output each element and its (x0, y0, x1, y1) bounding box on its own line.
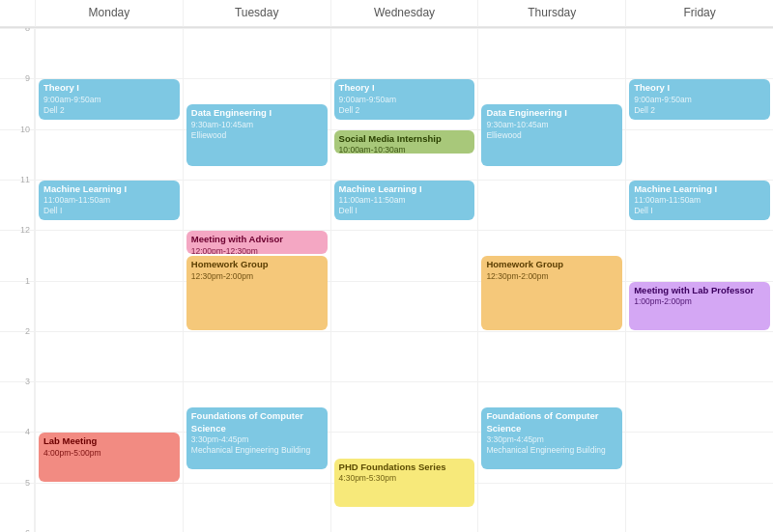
time-label-11: 11 (20, 175, 30, 184)
time-label-12: 12 (20, 225, 30, 235)
event-machine-learning-i[interactable]: Machine Learning I11:00am-11:50amDell I (334, 181, 475, 221)
friday-col: Theory I9:00am-9:50amDell 2Machine Learn… (625, 28, 773, 532)
event-time: 12:30pm-2:00pm (486, 271, 617, 282)
event-title: Machine Learning I (634, 183, 765, 195)
event-location: Elliewood (486, 130, 617, 141)
time-label-4: 4 (25, 427, 30, 436)
calendar-body: 89101112123456 Theory I9:00am-9:50amDell… (0, 28, 773, 532)
calendar-header: Monday Tuesday Wednesday Thursday Friday (0, 0, 773, 28)
event-data-engineering-i[interactable]: Data Engineering I9:30am-10:45amElliewoo… (186, 104, 328, 165)
friday-header: Friday (625, 0, 773, 27)
event-title: Foundations of Computer Science (486, 410, 617, 434)
wednesday-col: Theory I9:00am-9:50amDell 2Social Media … (330, 28, 478, 532)
event-lab-meeting[interactable]: Lab Meeting4:00pm-5:00pm (39, 433, 180, 481)
event-homework-group[interactable]: Homework Group12:30pm-2:00pm (186, 256, 328, 329)
event-meeting-with-lab-professor[interactable]: Meeting with Lab Professor1:00pm-2:00pm (629, 282, 770, 330)
event-title: Meeting with Lab Professor (634, 285, 765, 296)
time-gutter-header (0, 0, 35, 27)
event-location: Elliewood (191, 130, 323, 141)
event-title: Homework Group (191, 259, 323, 270)
event-location: Dell I (634, 206, 765, 216)
time-label-2: 2 (25, 326, 30, 336)
monday-col: Theory I9:00am-9:50amDell 2Machine Learn… (35, 28, 183, 532)
event-title: Meeting with Advisor (191, 234, 323, 245)
event-title: Data Engineering I (191, 107, 323, 119)
event-meeting-with-advisor[interactable]: Meeting with Advisor12:00pm-12:30pm (186, 231, 328, 254)
event-time: 9:00am-9:50am (339, 95, 471, 105)
event-homework-group[interactable]: Homework Group12:30pm-2:00pm (481, 256, 622, 329)
event-time: 11:00am-11:50am (339, 195, 471, 206)
event-time: 9:30am-10:45am (191, 120, 323, 130)
event-time: 12:30pm-2:00pm (191, 271, 323, 282)
event-machine-learning-i[interactable]: Machine Learning I11:00am-11:50amDell I (629, 181, 770, 221)
event-time: 3:30pm-4:45pm (486, 434, 617, 445)
event-foundations-of-computer-science[interactable]: Foundations of Computer Science3:30pm-4:… (186, 407, 328, 468)
event-location: Dell 2 (634, 105, 765, 116)
monday-header: Monday (35, 0, 183, 27)
event-location: Dell 2 (43, 105, 175, 116)
event-time: 9:00am-9:50am (634, 95, 765, 105)
event-machine-learning-i[interactable]: Machine Learning I11:00am-11:50amDell I (39, 181, 180, 221)
event-location: Dell I (339, 206, 471, 216)
time-label-1: 1 (25, 276, 30, 286)
time-label-9: 9 (25, 73, 30, 83)
event-time: 9:30am-10:45am (486, 120, 617, 130)
thursday-col: Data Engineering I9:30am-10:45amElliewoo… (477, 28, 625, 532)
event-phd-foundations-series[interactable]: PHD Foundations Series4:30pm-5:30pm (334, 459, 475, 507)
event-location: Mechanical Engineering Building (191, 445, 323, 456)
time-gutter: 89101112123456 (0, 28, 35, 532)
event-theory-i[interactable]: Theory I9:00am-9:50amDell 2 (334, 79, 475, 120)
event-title: Homework Group (486, 259, 617, 270)
event-location: Dell 2 (339, 105, 471, 116)
time-label-8: 8 (25, 28, 30, 33)
event-time: 10:00am-10:30am (339, 145, 471, 154)
event-title: Foundations of Computer Science (191, 410, 323, 434)
thursday-header: Thursday (477, 0, 625, 27)
event-title: Machine Learning I (43, 183, 175, 195)
event-title: Machine Learning I (339, 183, 471, 195)
event-time: 3:30pm-4:45pm (191, 434, 323, 445)
event-social-media-internship[interactable]: Social Media Internship10:00am-10:30am (334, 130, 475, 154)
time-label-6: 6 (25, 528, 30, 532)
wednesday-header: Wednesday (330, 0, 478, 27)
calendar: Monday Tuesday Wednesday Thursday Friday… (0, 0, 773, 532)
tuesday-header: Tuesday (183, 0, 330, 27)
event-location: Mechanical Engineering Building (486, 445, 617, 456)
event-title: Lab Meeting (43, 435, 175, 447)
event-time: 12:00pm-12:30pm (191, 246, 323, 255)
event-theory-i[interactable]: Theory I9:00am-9:50amDell 2 (629, 79, 770, 120)
event-time: 4:00pm-5:00pm (43, 448, 175, 459)
event-title: Theory I (634, 82, 765, 94)
time-label-3: 3 (25, 377, 30, 386)
event-time: 11:00am-11:50am (634, 195, 765, 206)
event-title: PHD Foundations Series (339, 462, 471, 473)
event-data-engineering-i[interactable]: Data Engineering I9:30am-10:45amElliewoo… (481, 104, 622, 165)
event-time: 9:00am-9:50am (43, 95, 175, 105)
event-time: 11:00am-11:50am (43, 195, 175, 206)
event-title: Social Media Internship (339, 133, 471, 145)
event-time: 4:30pm-5:30pm (339, 473, 471, 484)
tuesday-col: Data Engineering I9:30am-10:45amElliewoo… (183, 28, 330, 532)
event-location: Dell I (43, 206, 175, 216)
time-label-10: 10 (20, 125, 30, 134)
event-title: Theory I (43, 82, 175, 94)
event-title: Theory I (339, 82, 471, 94)
event-time: 1:00pm-2:00pm (634, 296, 765, 307)
time-label-5: 5 (25, 478, 30, 488)
event-title: Data Engineering I (486, 107, 617, 119)
event-theory-i[interactable]: Theory I9:00am-9:50amDell 2 (39, 79, 180, 120)
event-foundations-of-computer-science[interactable]: Foundations of Computer Science3:30pm-4:… (481, 407, 622, 468)
